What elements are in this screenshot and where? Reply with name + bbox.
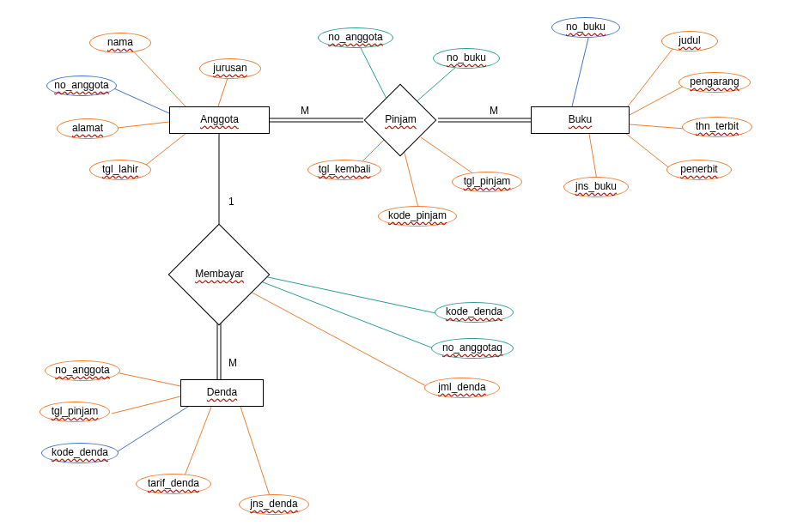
- attr-membayar-kode-denda: kode_denda: [435, 302, 514, 323]
- attr-buku-penerbit: penerbit: [666, 160, 732, 180]
- attr-anggota-tgl-lahir: tgl_lahir: [89, 160, 151, 180]
- attr-anggota-nama: nama: [89, 33, 151, 53]
- attr-denda-kode-denda: kode_denda: [41, 443, 119, 463]
- svg-line-24: [254, 279, 438, 350]
- attr-membayar-jml-denda: jml_denda: [424, 378, 500, 398]
- svg-line-14: [572, 31, 590, 106]
- svg-line-17: [630, 124, 685, 129]
- attr-pinjam-tgl-kembali: tgl_kembali: [307, 160, 381, 180]
- svg-line-1: [108, 86, 169, 113]
- attr-anggota-no-anggota: no_anggota: [46, 76, 117, 96]
- attr-denda-jns-denda: jns_denda: [239, 494, 309, 515]
- cardinality-buku-pinjam: M: [490, 105, 498, 117]
- svg-line-28: [115, 405, 191, 453]
- svg-line-15: [625, 41, 679, 110]
- attr-pinjam-no-buku: no_buku: [433, 48, 500, 69]
- attr-buku-judul: judul: [661, 31, 718, 51]
- attr-pinjam-no-anggota: no_anggota: [318, 27, 393, 48]
- svg-line-13: [404, 149, 419, 211]
- cardinality-anggota-pinjam: M: [301, 105, 309, 117]
- svg-line-25: [247, 290, 429, 388]
- svg-line-26: [116, 372, 180, 386]
- cardinality-denda-membayar: M: [228, 357, 237, 369]
- entity-anggota: Anggota: [169, 106, 270, 134]
- svg-line-9: [359, 45, 386, 99]
- attr-anggota-jurusan: jurusan: [199, 58, 261, 79]
- cardinality-anggota-membayar: 1: [228, 196, 234, 208]
- attr-denda-tarif-denda: tarif_denda: [136, 474, 211, 494]
- entity-buku: Buku: [531, 106, 630, 134]
- svg-line-16: [630, 84, 687, 115]
- attr-buku-no-buku: no_buku: [551, 17, 620, 38]
- attr-pinjam-tgl-pinjam: tgl_pinjam: [452, 172, 522, 192]
- attr-buku-jns-buku: jns_buku: [563, 177, 629, 197]
- svg-line-29: [182, 407, 211, 482]
- attr-buku-pengarang: pengarang: [679, 72, 751, 93]
- svg-line-23: [256, 275, 440, 314]
- svg-line-2: [110, 122, 169, 129]
- svg-line-18: [625, 133, 672, 170]
- attr-buku-thn-terbit: thn_terbit: [682, 117, 752, 137]
- svg-line-0: [127, 45, 186, 106]
- svg-line-30: [240, 407, 271, 501]
- attr-pinjam-kode-pinjam: kode_pinjam: [378, 206, 457, 227]
- svg-line-27: [112, 396, 180, 414]
- attr-denda-no-anggota: no_anggota: [45, 360, 120, 381]
- attr-anggota-alamat: alamat: [57, 118, 119, 139]
- attr-denda-tgl-pinjam: tgl_pinjam: [40, 402, 110, 422]
- attr-membayar-no-anggotaq: no_anggotaq: [431, 338, 514, 359]
- entity-denda: Denda: [180, 379, 264, 407]
